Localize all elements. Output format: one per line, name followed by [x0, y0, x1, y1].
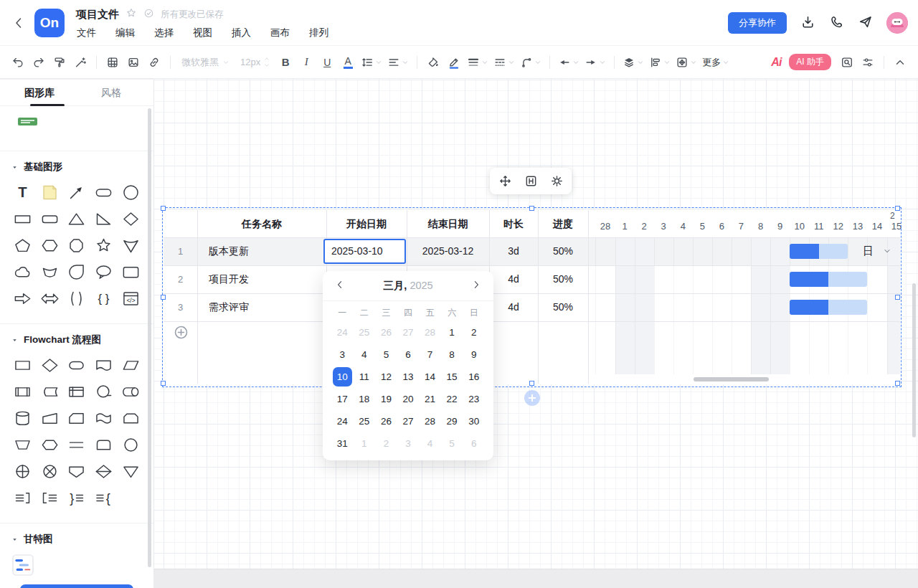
green-tag-shape[interactable] [18, 118, 37, 125]
shape-fc-brace-right[interactable]: { [90, 485, 118, 511]
font-size-stepper[interactable]: 12px [236, 53, 274, 72]
avatar[interactable] [886, 12, 908, 34]
task-name-cell[interactable]: 项目开发 [197, 265, 326, 293]
find-icon[interactable] [838, 53, 856, 72]
calendar-day[interactable]: 3 [333, 345, 352, 364]
redo-icon[interactable] [29, 53, 48, 72]
h-block-icon[interactable] [524, 174, 538, 188]
task-name-cell[interactable]: 版本更新 [197, 237, 326, 265]
shape-fc-manual-input[interactable] [37, 405, 64, 432]
shape-double-arrow-block[interactable] [37, 285, 64, 312]
shape-fc-seq-storage[interactable] [90, 379, 118, 405]
arrow-end-icon[interactable] [583, 53, 607, 72]
shape-fc-delay[interactable] [90, 432, 118, 458]
selection-handle[interactable] [895, 295, 900, 300]
shape-fc-decision[interactable] [37, 352, 64, 379]
calendar-day[interactable]: 22 [443, 389, 462, 409]
line-style-icon[interactable] [492, 53, 516, 72]
row-number[interactable]: 3 [164, 293, 197, 321]
gantt-bar[interactable] [790, 272, 867, 287]
view-mode-dropdown[interactable]: 日 [863, 242, 891, 260]
shape-gantt-widget-thumbnail[interactable] [9, 551, 37, 578]
calendar-day[interactable]: 20 [398, 389, 417, 409]
layers-icon[interactable] [621, 53, 645, 72]
phone-icon[interactable] [829, 14, 844, 32]
share-collaborate-button[interactable]: 分享协作 [728, 12, 787, 34]
shape-fc-loop-limit[interactable] [117, 405, 144, 432]
calendar-day[interactable]: 28 [420, 412, 440, 431]
shape-fc-manual-operation[interactable] [9, 432, 37, 458]
task-name-cell[interactable]: 需求评审 [197, 293, 326, 321]
calendar-day[interactable]: 30 [464, 412, 483, 431]
calendar-day[interactable]: 13 [398, 367, 417, 387]
connection-point[interactable] [524, 390, 540, 406]
shape-fc-document[interactable] [90, 352, 118, 379]
calendar-day[interactable]: 5 [443, 434, 462, 453]
shape-text[interactable]: T [9, 179, 37, 206]
tab-style[interactable]: 风格 [79, 80, 143, 106]
calendar-day[interactable]: 4 [420, 434, 440, 453]
progress-cell[interactable]: 50% [538, 237, 588, 265]
shape-hexagon[interactable] [37, 232, 64, 259]
calendar-day[interactable]: 1 [443, 323, 462, 342]
text-align-icon[interactable] [386, 53, 410, 72]
calendar-day[interactable]: 14 [420, 367, 440, 387]
selection-handle[interactable] [161, 381, 166, 386]
shape-cloud[interactable] [9, 259, 37, 285]
calendar-day[interactable]: 19 [377, 389, 396, 409]
section-header-0[interactable]: 基础图形 [0, 151, 153, 176]
calendar-day[interactable]: 29 [443, 412, 462, 431]
calendar-day[interactable]: 24 [333, 412, 352, 431]
shape-fc-parallel-mode[interactable] [63, 432, 90, 458]
shape-cone[interactable] [117, 232, 144, 259]
selection-handle[interactable] [161, 206, 166, 211]
shape-parentheses[interactable] [63, 285, 90, 312]
calendar-day-selected[interactable]: 10 [333, 367, 352, 387]
shape-teardrop[interactable] [63, 259, 90, 285]
sidebar-scrollbar[interactable] [148, 108, 151, 567]
app-logo[interactable]: On [34, 9, 65, 37]
calendar-day[interactable]: 23 [464, 389, 483, 409]
calendar-day[interactable]: 26 [377, 412, 396, 431]
shape-fc-internal-storage[interactable] [63, 379, 90, 405]
italic-button[interactable]: I [297, 53, 316, 72]
calendar-day[interactable]: 15 [443, 367, 462, 387]
row-number[interactable]: 2 [164, 265, 197, 293]
shape-fc-circle[interactable] [117, 432, 144, 458]
shape-fc-predefined[interactable] [9, 379, 37, 405]
row-number[interactable]: 1 [164, 237, 197, 265]
calendar-next-month-button[interactable] [470, 279, 482, 293]
shape-fc-process[interactable] [9, 352, 37, 379]
calendar-day[interactable]: 8 [443, 345, 462, 364]
duration-cell[interactable]: 4d [489, 265, 538, 293]
calendar-day[interactable]: 24 [333, 323, 352, 342]
move-icon[interactable] [498, 174, 512, 188]
shape-card[interactable] [117, 259, 144, 285]
shape-code-block[interactable]: </> [117, 285, 144, 312]
selection-handle[interactable] [895, 381, 900, 386]
calendar-day[interactable]: 6 [464, 434, 483, 453]
auto-size-icon[interactable] [674, 53, 699, 72]
duration-cell[interactable]: 3d [489, 237, 538, 265]
section-header-2[interactable]: 甘特图 [0, 523, 153, 549]
more-shapes-button[interactable] [20, 584, 133, 588]
menu-文件[interactable]: 文件 [77, 27, 96, 39]
shape-fc-brace-left[interactable]: } [63, 485, 90, 511]
progress-cell[interactable]: 50% [538, 293, 588, 321]
calendar-day[interactable]: 12 [377, 367, 396, 387]
canvas-vertical-scrollbar[interactable] [912, 283, 916, 437]
calendar-day[interactable]: 25 [354, 323, 374, 342]
shape-fc-or-junction[interactable] [9, 458, 37, 485]
gear-icon[interactable] [550, 174, 564, 188]
calendar-day[interactable]: 18 [354, 389, 374, 409]
star-icon[interactable] [126, 7, 137, 22]
selection-handle[interactable] [895, 206, 900, 211]
shape-arrow-right-block[interactable] [9, 285, 37, 312]
calendar-day[interactable]: 7 [420, 345, 440, 364]
menu-视图[interactable]: 视图 [193, 27, 212, 39]
arrow-start-icon[interactable] [557, 53, 581, 72]
tab-shape-library[interactable]: 图形库 [0, 80, 79, 106]
gantt-bar[interactable] [790, 300, 867, 315]
shape-fc-terminator[interactable] [63, 352, 90, 379]
shape-fc-direct-storage[interactable] [117, 379, 144, 405]
